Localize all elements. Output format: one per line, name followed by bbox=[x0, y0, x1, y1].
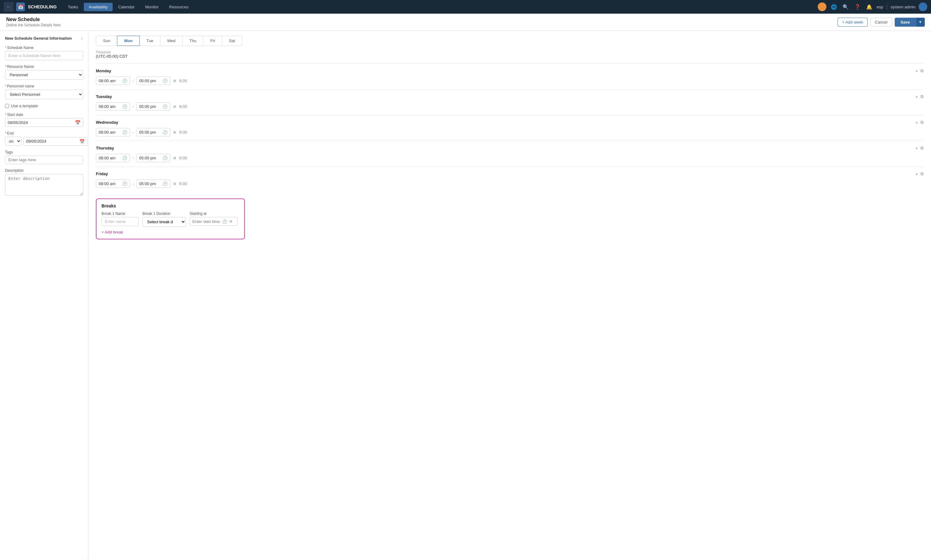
start-time-wrap-monday[interactable]: 🕐 bbox=[96, 77, 130, 85]
add-time-slot-thursday[interactable]: + bbox=[916, 145, 918, 151]
day-tab-tue[interactable]: Tue bbox=[139, 35, 161, 46]
break-start-time-input[interactable] bbox=[192, 219, 220, 224]
copy-day-thursday[interactable]: ⧉ bbox=[920, 145, 923, 151]
nav-tab-availability[interactable]: Availability bbox=[84, 3, 113, 11]
description-textarea[interactable] bbox=[5, 174, 83, 195]
break-starting-at-label: Starting at bbox=[190, 211, 238, 216]
day-name-friday: Friday bbox=[96, 171, 108, 176]
break-duration-select[interactable]: Select break d... bbox=[142, 217, 186, 227]
day-section-thursday: Thursday + ⧉ 🕐 - 🕐 ✕ 9:00 bbox=[96, 141, 923, 166]
copy-day-friday[interactable]: ⧉ bbox=[920, 171, 923, 177]
day-tab-sun[interactable]: Sun bbox=[96, 35, 117, 46]
copy-day-tuesday[interactable]: ⧉ bbox=[920, 94, 923, 99]
end-date-input[interactable] bbox=[26, 139, 78, 143]
add-break-button[interactable]: + Add break bbox=[102, 230, 123, 234]
hours-display-wednesday: 9:00 bbox=[179, 130, 188, 135]
start-time-wrap-friday[interactable]: 🕐 bbox=[96, 180, 130, 188]
schedule-name-field: *Schedule Name bbox=[5, 46, 83, 60]
end-time-wrap-wednesday[interactable]: 🕐 bbox=[136, 128, 170, 137]
collapse-panel-button[interactable]: ↕ bbox=[81, 35, 83, 41]
day-section-tuesday: Tuesday + ⧉ 🕐 - 🕐 ✕ 9:00 bbox=[96, 89, 923, 115]
remove-time-slot-friday[interactable]: ✕ bbox=[173, 182, 177, 186]
break-name-input[interactable] bbox=[102, 217, 139, 226]
end-time-wrap-tuesday[interactable]: 🕐 bbox=[136, 102, 170, 111]
start-date-input[interactable] bbox=[8, 120, 74, 125]
end-time-wrap-thursday[interactable]: 🕐 bbox=[136, 154, 170, 162]
language-label: esp bbox=[877, 5, 883, 9]
start-time-input-wednesday[interactable] bbox=[99, 130, 120, 135]
add-time-slot-wednesday[interactable]: + bbox=[916, 120, 918, 125]
end-mode-select[interactable]: on bbox=[5, 137, 22, 146]
tags-input[interactable] bbox=[5, 155, 83, 164]
left-panel: New Schedule General Information ↕ *Sche… bbox=[0, 31, 88, 560]
start-time-input-tuesday[interactable] bbox=[99, 104, 120, 109]
description-label: Description bbox=[5, 168, 83, 173]
end-time-wrap-friday[interactable]: 🕐 bbox=[136, 180, 170, 188]
day-name-monday: Monday bbox=[96, 69, 111, 73]
copy-day-monday[interactable]: ⧉ bbox=[920, 68, 923, 74]
remove-time-slot-thursday[interactable]: ✕ bbox=[173, 155, 177, 161]
back-button[interactable]: ← bbox=[4, 2, 14, 12]
notifications-icon[interactable]: 🔔 bbox=[865, 3, 874, 11]
start-time-input-monday[interactable] bbox=[99, 78, 120, 83]
resource-name-select[interactable]: Personnel bbox=[5, 70, 83, 80]
start-time-wrap-thursday[interactable]: 🕐 bbox=[96, 154, 130, 162]
timezone-label: Timezone bbox=[96, 50, 923, 54]
copy-day-wednesday[interactable]: ⧉ bbox=[920, 120, 923, 125]
start-time-wrap-wednesday[interactable]: 🕐 bbox=[96, 128, 130, 137]
start-clock-icon-tuesday: 🕐 bbox=[122, 104, 127, 109]
help-icon[interactable]: ❓ bbox=[853, 3, 862, 11]
end-date-input-wrap[interactable]: 📅 bbox=[23, 137, 88, 146]
search-icon[interactable]: 🔍 bbox=[841, 3, 850, 11]
remove-time-slot-monday[interactable]: ✕ bbox=[173, 78, 177, 83]
remove-time-slot-wednesday[interactable]: ✕ bbox=[173, 130, 177, 135]
globe-icon[interactable]: 🌐 bbox=[829, 3, 838, 11]
add-time-slot-tuesday[interactable]: + bbox=[916, 94, 918, 99]
end-time-input-tuesday[interactable] bbox=[139, 104, 161, 109]
day-tab-sat[interactable]: Sat bbox=[222, 35, 242, 46]
end-time-wrap-monday[interactable]: 🕐 bbox=[136, 77, 170, 85]
start-clock-icon-thursday: 🕐 bbox=[122, 155, 127, 160]
day-tab-thu[interactable]: Thu bbox=[182, 35, 203, 46]
add-week-button[interactable]: + Add week bbox=[838, 18, 868, 27]
user-label: system admin bbox=[891, 5, 916, 9]
end-time-input-monday[interactable] bbox=[139, 78, 161, 83]
use-template-row: Use a template bbox=[5, 103, 83, 108]
break-start-time-wrap[interactable]: 🕐 ✕ bbox=[190, 217, 238, 226]
start-time-input-friday[interactable] bbox=[99, 182, 120, 186]
add-time-slot-friday[interactable]: + bbox=[916, 171, 918, 177]
day-tab-wed[interactable]: Wed bbox=[160, 35, 183, 46]
cancel-button[interactable]: Cancel bbox=[870, 18, 892, 27]
start-time-input-thursday[interactable] bbox=[99, 155, 120, 160]
nav-tab-resources[interactable]: Resources bbox=[164, 3, 193, 11]
break-fields-row: Break 1 Name Break 1 Duration Select bre… bbox=[102, 211, 239, 227]
right-panel: Sun Mon Tue Wed Thu Fri Sat Timezone (UT… bbox=[88, 31, 931, 560]
personnel-name-select[interactable]: Select Personnel bbox=[5, 89, 83, 99]
use-template-label[interactable]: Use a template bbox=[11, 103, 38, 108]
nav-tab-monitor[interactable]: Monitor bbox=[140, 3, 164, 11]
use-template-checkbox[interactable] bbox=[5, 104, 9, 108]
save-button[interactable]: Save bbox=[895, 18, 916, 27]
schedule-name-input[interactable] bbox=[5, 51, 83, 60]
day-tab-fri[interactable]: Fri bbox=[203, 35, 222, 46]
nav-tab-calendar[interactable]: Calendar bbox=[113, 3, 140, 11]
end-clock-icon-tuesday: 🕐 bbox=[163, 104, 168, 109]
start-date-input-wrap[interactable]: 📅 bbox=[5, 118, 83, 127]
end-time-input-thursday[interactable] bbox=[139, 155, 161, 160]
end-clock-icon-friday: 🕐 bbox=[163, 182, 168, 186]
end-field: *End on 📅 bbox=[5, 131, 83, 146]
nav-tab-tasks[interactable]: Tasks bbox=[63, 3, 83, 11]
save-dropdown-button[interactable]: ▼ bbox=[916, 18, 925, 27]
avatar[interactable]: 👤 bbox=[919, 3, 927, 11]
remove-time-slot-tuesday[interactable]: ✕ bbox=[173, 104, 177, 109]
add-time-slot-monday[interactable]: + bbox=[916, 68, 918, 74]
day-tab-mon[interactable]: Mon bbox=[117, 35, 140, 46]
hours-display-tuesday: 9:00 bbox=[179, 104, 188, 109]
status-indicator bbox=[818, 3, 826, 11]
break-clear-button[interactable]: ✕ bbox=[229, 219, 233, 224]
end-time-input-friday[interactable] bbox=[139, 182, 161, 186]
schedule-name-label: *Schedule Name bbox=[5, 46, 83, 50]
start-time-wrap-tuesday[interactable]: 🕐 bbox=[96, 102, 130, 111]
break-duration-field: Break 1 Duration Select break d... bbox=[142, 211, 186, 227]
end-time-input-wednesday[interactable] bbox=[139, 130, 161, 135]
